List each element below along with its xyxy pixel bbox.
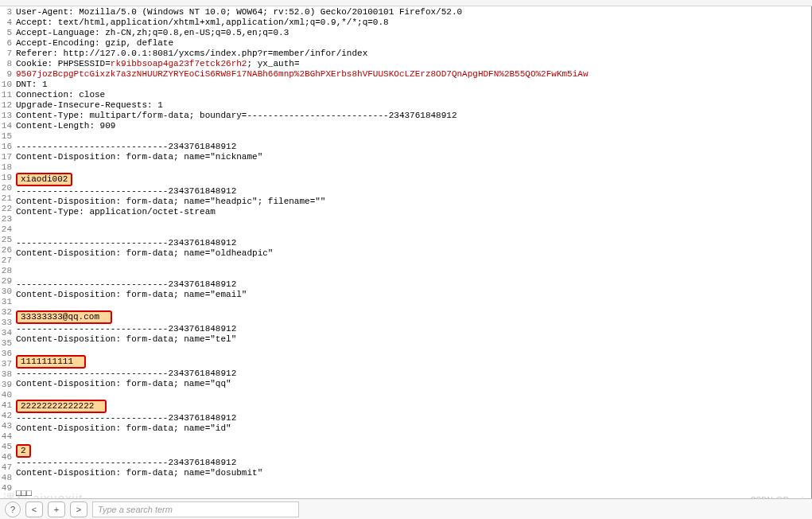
line-number: 34 [0, 328, 12, 338]
code-line[interactable]: Accept-Encoding: gzip, deflate [16, 38, 589, 49]
search-input[interactable]: Type a search term [92, 501, 299, 517]
line-number: 22 [0, 204, 12, 214]
code-line[interactable] [16, 300, 589, 310]
code-line[interactable]: -----------------------------23437618489… [16, 279, 589, 290]
code-line[interactable] [16, 434, 589, 444]
line-number: 11 [0, 90, 12, 100]
code-line[interactable]: Content-Disposition: form-data; name="id… [16, 423, 589, 434]
code-line[interactable]: Content-Disposition: form-data; name="do… [16, 468, 589, 478]
line-number: 42 [0, 411, 12, 421]
highlighted-value[interactable]: 1111111111 [16, 355, 86, 369]
code-line[interactable] [16, 162, 589, 173]
highlighted-value[interactable]: 33333333@qq.com [16, 310, 112, 324]
line-number-gutter: 3456789101112131415161718192021222324252… [0, 6, 14, 494]
line-number: 37 [0, 359, 12, 369]
line-number: 9 [0, 69, 12, 80]
code-content[interactable]: User-Agent: Mozilla/5.0 (Windows NT 10.0… [16, 6, 589, 498]
code-line[interactable]: -----------------------------23437618489… [16, 186, 589, 197]
code-line[interactable] [16, 259, 589, 269]
add-button[interactable]: + [48, 501, 65, 517]
line-number: 31 [0, 297, 12, 307]
code-line[interactable]: -----------------------------23437618489… [16, 458, 589, 468]
code-line[interactable]: Content-Disposition: form-data; name="he… [16, 197, 589, 207]
line-number: 32 [0, 307, 12, 318]
help-button[interactable]: ? [5, 501, 21, 517]
code-line[interactable]: -----------------------------23437618489… [16, 369, 589, 379]
code-line[interactable] [16, 478, 589, 489]
line-number: 35 [0, 338, 12, 349]
code-line[interactable] [16, 269, 589, 279]
code-line[interactable]: 22222222222222 [16, 400, 589, 413]
editor-toolbar [0, 0, 812, 6]
code-line[interactable]: 9507jozBcpgPtcGixzk7a3zNHUURZYRYEoCiS6RW… [16, 69, 589, 80]
line-number: 12 [0, 100, 12, 111]
line-number: 25 [0, 235, 12, 245]
line-number: 10 [0, 80, 12, 90]
line-number: 33 [0, 318, 12, 328]
code-line[interactable] [16, 217, 589, 228]
line-number: 26 [0, 245, 12, 256]
code-line[interactable]: Accept-Language: zh-CN,zh;q=0.8,en-US;q=… [16, 28, 589, 38]
line-number: 27 [0, 256, 12, 266]
line-number: 43 [0, 421, 12, 431]
line-number: 38 [0, 369, 12, 380]
line-number: 47 [0, 462, 12, 473]
highlighted-value[interactable]: xiaodi002 [16, 173, 72, 186]
line-number: 48 [0, 473, 12, 483]
line-number: 21 [0, 193, 12, 204]
line-number: 5 [0, 28, 12, 38]
line-number: 17 [0, 152, 12, 162]
code-line[interactable] [16, 389, 589, 400]
code-line[interactable]: Content-Disposition: form-data; name="te… [16, 334, 589, 345]
code-line[interactable]: Accept: text/html,application/xhtml+xml,… [16, 18, 589, 28]
line-number: 24 [0, 224, 12, 235]
line-number: 6 [0, 38, 12, 49]
line-number: 15 [0, 131, 12, 142]
code-line[interactable]: -----------------------------23437618489… [16, 324, 589, 334]
line-number: 40 [0, 390, 12, 400]
code-line[interactable] [16, 228, 589, 238]
code-line[interactable]: DNT: 1 [16, 80, 589, 90]
code-line[interactable]: User-Agent: Mozilla/5.0 (Windows NT 10.0… [16, 7, 589, 18]
search-footer: ? < + > Type a search term [0, 498, 812, 519]
line-number: 46 [0, 452, 12, 462]
code-line[interactable]: 2 [16, 444, 589, 458]
code-line[interactable]: Upgrade-Insecure-Requests: 1 [16, 100, 589, 111]
code-line[interactable]: Content-Disposition: form-data; name="ol… [16, 248, 589, 259]
highlighted-value[interactable]: 22222222222222 [16, 400, 107, 413]
line-number: 36 [0, 349, 12, 359]
line-number: 44 [0, 431, 12, 442]
line-number: 39 [0, 380, 12, 390]
code-line[interactable]: -----------------------------23437618489… [16, 413, 589, 423]
line-number: 30 [0, 287, 12, 297]
code-line[interactable]: Content-Disposition: form-data; name="em… [16, 290, 589, 300]
code-line[interactable]: Content-Type: multipart/form-data; bound… [16, 111, 589, 121]
code-line[interactable]: Content-Disposition: form-data; name="qq… [16, 379, 589, 389]
highlighted-value[interactable]: 2 [16, 444, 31, 458]
line-number: 14 [0, 121, 12, 131]
prev-button[interactable]: < [25, 501, 43, 517]
code-line[interactable]: 1111111111 [16, 355, 589, 369]
editor-pane[interactable]: 3456789101112131415161718192021222324252… [0, 6, 812, 498]
line-number: 19 [0, 173, 12, 183]
code-line[interactable]: -----------------------------23437618489… [16, 142, 589, 152]
line-number: 4 [0, 18, 12, 28]
line-number: 3 [0, 7, 12, 18]
line-number: 45 [0, 442, 12, 452]
code-line[interactable]: Connection: close [16, 90, 589, 100]
code-line[interactable]: -----------------------------23437618489… [16, 238, 589, 248]
code-line[interactable]: Cookie: PHPSESSID=rk9ibbsoap4ga23f7etck2… [16, 59, 589, 69]
code-line[interactable]: Content-Disposition: form-data; name="ni… [16, 152, 589, 162]
code-line[interactable]: □□□ [16, 489, 589, 498]
code-line[interactable]: xiaodi002 [16, 173, 589, 186]
line-number: 13 [0, 111, 12, 121]
code-line[interactable]: Content-Length: 909 [16, 121, 589, 131]
line-number: 23 [0, 214, 12, 224]
code-line[interactable]: 33333333@qq.com [16, 310, 589, 324]
next-button[interactable]: > [70, 501, 87, 517]
code-line[interactable]: Content-Type: application/octet-stream [16, 207, 589, 217]
code-line[interactable] [16, 131, 589, 142]
code-line[interactable] [16, 345, 589, 355]
code-line[interactable]: Referer: http://127.0.0.1:8081/yxcms/ind… [16, 49, 589, 59]
line-number: 28 [0, 266, 12, 276]
